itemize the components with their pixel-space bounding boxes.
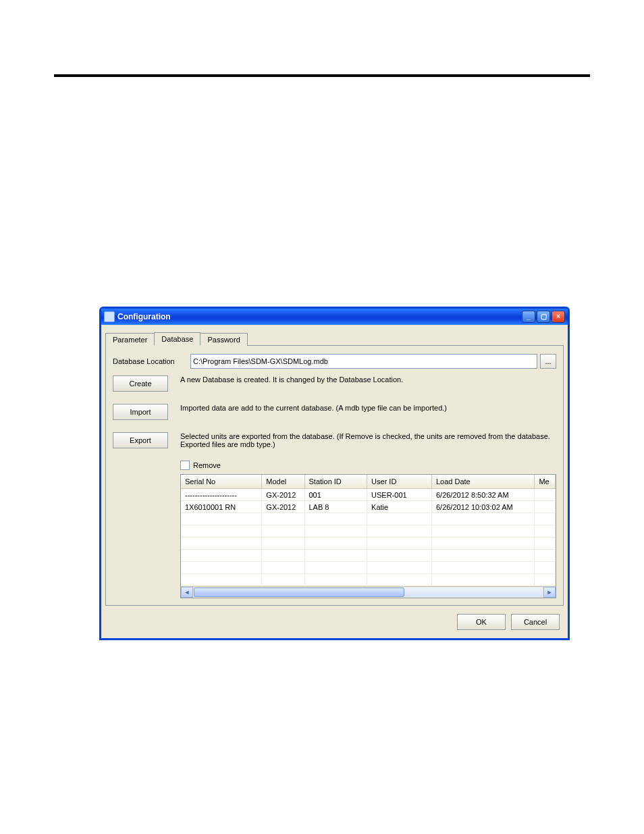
browse-button[interactable]: ...: [540, 354, 556, 369]
col-model[interactable]: Model: [262, 475, 304, 489]
table-header-row: Serial No Model Station ID User ID Load …: [181, 475, 556, 489]
close-icon: ×: [556, 313, 560, 320]
table-row[interactable]: 1X6010001 RN GX-2012 LAB 8 Katie 6/26/20…: [181, 501, 556, 513]
table-row: .: [181, 562, 556, 574]
app-icon: [104, 311, 115, 322]
ellipsis-icon: ...: [545, 357, 551, 365]
titlebar[interactable]: Configuration _ ▢ ×: [101, 309, 568, 325]
scroll-track[interactable]: [194, 588, 543, 597]
maximize-icon: ▢: [541, 313, 547, 320]
close-button[interactable]: ×: [552, 311, 565, 323]
col-station[interactable]: Station ID: [304, 475, 367, 489]
col-loaddate[interactable]: Load Date: [431, 475, 535, 489]
table-row: .: [181, 525, 556, 538]
import-desc: Imported data are add to the current dat…: [180, 404, 556, 412]
table-row: .: [181, 574, 556, 586]
minimize-icon: _: [527, 313, 531, 320]
window-title: Configuration: [117, 312, 522, 321]
cancel-button[interactable]: Cancel: [511, 614, 560, 630]
units-grid[interactable]: Serial No Model Station ID User ID Load …: [180, 474, 556, 598]
export-button[interactable]: Export: [113, 432, 168, 448]
import-button[interactable]: Import: [113, 404, 168, 420]
minimize-button[interactable]: _: [522, 311, 535, 323]
remove-checkbox[interactable]: Remove: [180, 461, 556, 470]
configuration-window: Configuration _ ▢ × Parameter Database P…: [99, 307, 570, 640]
database-location-label: Database Location: [113, 357, 190, 365]
database-location-input[interactable]: [190, 354, 537, 369]
table-row: .: [181, 550, 556, 562]
col-me[interactable]: Me: [535, 475, 556, 489]
scroll-left-icon[interactable]: ◄: [181, 587, 193, 598]
export-desc: Selected units are exported from the dat…: [180, 432, 556, 448]
tab-database[interactable]: Database: [154, 332, 200, 346]
scroll-thumb[interactable]: [194, 588, 404, 597]
scroll-right-icon[interactable]: ►: [543, 587, 556, 598]
tabstrip: Parameter Database Password: [105, 332, 564, 346]
tab-password[interactable]: Password: [200, 333, 247, 346]
tab-parameter[interactable]: Parameter: [105, 333, 155, 346]
create-button[interactable]: Create: [113, 375, 168, 392]
table-row[interactable]: --------------------- GX-2012 001 USER-0…: [181, 489, 556, 501]
remove-label: Remove: [193, 461, 221, 469]
col-user[interactable]: User ID: [367, 475, 432, 489]
divider: [54, 74, 590, 77]
col-serial[interactable]: Serial No: [181, 475, 262, 489]
maximize-button[interactable]: ▢: [537, 311, 550, 323]
table-row: .: [181, 538, 556, 550]
checkbox-box: [180, 461, 190, 470]
table-row: .: [181, 513, 556, 525]
tab-panel-database: Database Location ... Create A new Datab…: [105, 346, 564, 606]
ok-button[interactable]: OK: [457, 614, 506, 630]
horizontal-scrollbar[interactable]: ◄ ►: [181, 586, 556, 598]
create-desc: A new Database is created. It is changed…: [180, 375, 556, 384]
